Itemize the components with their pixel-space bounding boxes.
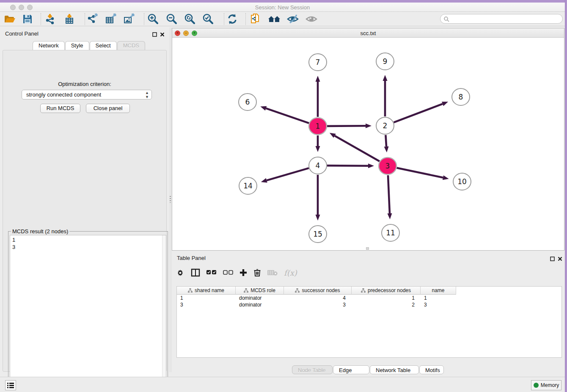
column-label: predecessor nodes xyxy=(368,287,411,293)
column-header-MCDS-role[interactable]: MCDS role xyxy=(236,287,284,295)
table-row[interactable]: 1dominator411 xyxy=(177,295,561,301)
delete-column-icon[interactable] xyxy=(253,268,261,277)
toolbar-separator xyxy=(144,13,144,25)
list-icon xyxy=(7,382,14,388)
show-all-icon[interactable] xyxy=(304,13,319,25)
split-view-icon[interactable] xyxy=(191,268,200,277)
arrowhead-icon xyxy=(316,215,320,221)
node-label-6: 6 xyxy=(245,98,250,106)
export-table-icon[interactable] xyxy=(104,13,118,25)
edge-4-14[interactable] xyxy=(267,168,309,180)
network-canvas[interactable]: 7968124314101511 xyxy=(172,38,564,250)
tab-network-table[interactable]: Network Table xyxy=(370,365,419,374)
search-box[interactable] xyxy=(440,14,563,24)
close-panel-icon[interactable] xyxy=(160,31,166,36)
node-label-14: 14 xyxy=(243,182,253,190)
node-table: shared nameMCDS rolesuccessor nodesprede… xyxy=(176,286,562,358)
table-settings-icon[interactable] xyxy=(176,268,184,277)
tab-edge-table[interactable]: Edge Table xyxy=(333,365,369,374)
tab-select[interactable]: Select xyxy=(90,41,117,50)
node-label-1: 1 xyxy=(316,122,320,130)
edge-2-8[interactable] xyxy=(394,104,443,122)
network-window-titlebar[interactable]: ✕ − + scc.txt xyxy=(172,28,564,38)
node-label-4: 4 xyxy=(316,161,320,170)
deselect-all-columns-icon[interactable] xyxy=(223,270,233,275)
arrowhead-icon xyxy=(366,124,372,128)
node-label-8: 8 xyxy=(459,93,463,101)
table-cell: 3 xyxy=(284,301,352,308)
hide-selected-icon[interactable] xyxy=(286,13,300,25)
arrowhead-icon xyxy=(316,146,320,152)
column-label: successor nodes xyxy=(302,287,340,293)
close-table-panel-icon[interactable] xyxy=(558,255,564,260)
table-cell: 1 xyxy=(352,295,421,301)
network-window-title: scc.txt xyxy=(172,30,564,36)
column-header-predecessor-nodes[interactable]: predecessor nodes xyxy=(352,287,421,295)
edge-3-11[interactable] xyxy=(388,175,390,213)
status-bar: Memory xyxy=(0,377,565,392)
column-header-shared-name[interactable]: shared name xyxy=(177,287,236,295)
float-panel-icon[interactable] xyxy=(152,31,158,36)
open-session-icon[interactable] xyxy=(3,13,17,25)
node-label-9: 9 xyxy=(383,57,388,66)
result-scrollbar[interactable] xyxy=(162,235,166,392)
float-table-panel-icon[interactable] xyxy=(550,255,556,260)
refresh-view-icon[interactable] xyxy=(225,13,239,25)
table-row[interactable]: 3dominator323 xyxy=(177,301,561,308)
zoom-in-icon[interactable] xyxy=(146,13,160,25)
save-session-icon[interactable] xyxy=(20,13,35,25)
network-graph[interactable]: 7968124314101511 xyxy=(172,38,564,250)
export-image-icon[interactable] xyxy=(122,13,136,25)
column-label: shared name xyxy=(195,287,224,293)
column-label: name xyxy=(432,287,444,293)
close-panel-button[interactable]: Close panel xyxy=(86,104,130,113)
zoom-out-icon[interactable] xyxy=(165,13,179,25)
node-label-3: 3 xyxy=(385,162,390,170)
task-history-button[interactable] xyxy=(5,380,16,390)
import-network-icon[interactable] xyxy=(43,13,57,25)
select-all-columns-icon[interactable] xyxy=(206,270,217,275)
arrowhead-icon xyxy=(261,178,267,183)
arrowhead-icon xyxy=(330,133,336,138)
node-label-11: 11 xyxy=(386,229,395,237)
tab-mcds[interactable]: MCDS xyxy=(117,41,145,50)
delete-table-icon xyxy=(267,269,278,276)
table-panel: Table Panel f(x) shared nameMCDS rolesuc xyxy=(172,252,564,377)
arrowhead-icon xyxy=(368,163,374,168)
zoom-selected-icon[interactable] xyxy=(201,13,215,25)
edge-3-10[interactable] xyxy=(397,168,443,178)
toolbar-separator xyxy=(224,13,224,25)
first-neighbors-icon[interactable] xyxy=(267,13,281,25)
zoom-fit-icon[interactable] xyxy=(183,13,197,25)
tab-network[interactable]: Network xyxy=(33,41,65,50)
column-header-name[interactable]: name xyxy=(421,287,456,295)
edge-4-3[interactable] xyxy=(327,166,368,166)
search-input[interactable] xyxy=(451,15,562,23)
import-table-icon[interactable] xyxy=(62,13,77,25)
optimization-criterion-label: Optimization criterion: xyxy=(3,81,166,87)
edge-1-6[interactable] xyxy=(266,108,309,123)
column-header-successor-nodes[interactable]: successor nodes xyxy=(284,287,352,295)
edge-2-3[interactable] xyxy=(385,135,386,146)
copy-network-icon[interactable] xyxy=(248,13,263,25)
criterion-select[interactable]: strongly connected component ▲▼ xyxy=(22,90,152,99)
column-tree-icon xyxy=(361,288,366,293)
edge-3-1[interactable] xyxy=(335,136,380,161)
arrowhead-icon xyxy=(387,213,392,219)
tab-style[interactable]: Style xyxy=(65,41,89,50)
tab-motifs[interactable]: Motifs xyxy=(419,365,444,374)
network-view-window: ✕ − + scc.txt 7968124314101511 xyxy=(172,28,564,251)
edge-1-2[interactable] xyxy=(327,126,366,126)
mcds-result-textarea[interactable]: 13 xyxy=(10,235,166,392)
memory-button[interactable]: Memory xyxy=(531,380,561,390)
export-network-icon[interactable] xyxy=(85,13,100,25)
run-mcds-button[interactable]: Run MCDS xyxy=(40,104,80,113)
tab-node-table[interactable]: Node Table xyxy=(292,365,333,374)
add-column-icon[interactable] xyxy=(239,269,247,276)
canvas-resize-grip[interactable] xyxy=(366,247,369,250)
arrowhead-icon xyxy=(260,106,267,110)
arrowhead-icon xyxy=(443,175,449,180)
node-label-15: 15 xyxy=(313,230,322,238)
arrowhead-icon xyxy=(316,76,320,82)
select-stepper-icon: ▲▼ xyxy=(145,91,149,99)
